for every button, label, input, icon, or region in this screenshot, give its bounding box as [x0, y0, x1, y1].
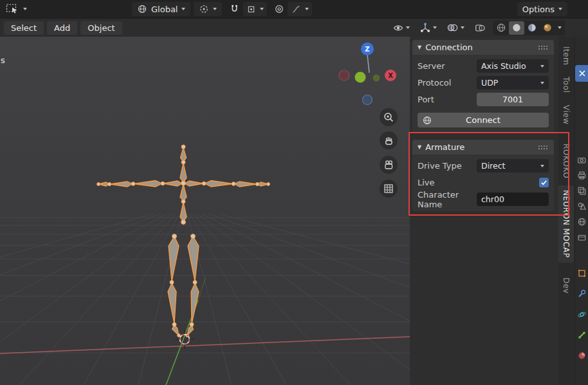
snap-toggle[interactable]	[227, 2, 242, 16]
menu-add[interactable]: Add	[47, 21, 77, 35]
drive-type-row: Drive Type Direct	[418, 158, 549, 173]
armature-skeleton[interactable]	[97, 145, 270, 337]
character-name-field[interactable]: chr00	[477, 192, 549, 206]
chevron-down-icon	[558, 26, 562, 29]
topbar: Global	[0, 0, 588, 18]
properties-tab-physics[interactable]	[576, 309, 587, 320]
gizmo-neg-z-ball	[363, 95, 372, 105]
chevron-down-icon	[181, 8, 185, 10]
sidebar-tab-rokoko[interactable]: ROKOKO	[558, 139, 574, 183]
gizmo-z-label: Z	[365, 46, 369, 53]
overlays-dropdown[interactable]	[445, 21, 466, 35]
3d-viewport[interactable]: s Z X	[0, 37, 410, 385]
menu-select[interactable]: Select	[4, 21, 44, 35]
protocol-value: UDP	[481, 78, 498, 88]
wrench-icon	[577, 289, 587, 299]
menu-object[interactable]: Object	[80, 21, 122, 35]
zoom-button[interactable]	[380, 108, 398, 126]
panel-grip-icon[interactable]	[538, 45, 549, 50]
editor-type-button[interactable]	[4, 2, 29, 16]
sidebar-tab-view[interactable]: View	[558, 100, 574, 129]
server-select[interactable]: Axis Studio	[477, 59, 549, 73]
properties-tab-collection[interactable]	[576, 232, 587, 243]
layers-icon	[577, 186, 587, 196]
properties-tab-modifiers[interactable]	[576, 288, 587, 299]
drive-type-value: Direct	[481, 161, 505, 171]
armature-panel-header[interactable]: Armature	[412, 140, 554, 155]
physics-orbit-icon	[577, 310, 587, 319]
port-field[interactable]: 7001	[477, 93, 549, 106]
chevron-down-icon	[461, 26, 464, 29]
shading-solid-button[interactable]	[509, 21, 524, 35]
properties-tab-world[interactable]	[576, 216, 587, 227]
properties-tab-output[interactable]	[576, 170, 587, 181]
character-name-label: Character Name	[418, 190, 477, 209]
falloff-curve-icon	[291, 4, 301, 14]
blender-window: Global	[0, 0, 588, 385]
rendered-sphere-icon	[542, 23, 553, 33]
properties-tab-strip	[574, 37, 588, 385]
shading-rendered-button[interactable]	[540, 21, 555, 35]
character-name-value: chr00	[481, 194, 504, 204]
properties-tab-active-tool[interactable]	[575, 65, 588, 82]
drive-type-select[interactable]: Direct	[477, 159, 549, 173]
globe-icon	[423, 116, 432, 125]
xray-toggle[interactable]	[472, 21, 488, 35]
proportional-editing-toggle[interactable]	[272, 2, 286, 16]
sidebar-tab-tool[interactable]: Tool	[558, 72, 574, 97]
chevron-down-icon	[540, 82, 544, 84]
gizmo-icon	[419, 22, 431, 33]
panel-grip-icon[interactable]	[538, 145, 549, 150]
options-label: Options	[522, 5, 555, 14]
shading-wireframe-button[interactable]	[493, 21, 509, 35]
connect-button[interactable]: Connect	[418, 113, 549, 127]
magnifier-icon	[383, 111, 394, 123]
visibility-dropdown[interactable]	[390, 21, 412, 35]
shading-material-button[interactable]	[524, 21, 540, 35]
orientation-label: Global	[151, 5, 178, 14]
xray-icon	[474, 22, 486, 33]
connect-button-label: Connect	[466, 115, 501, 125]
gizmos-dropdown[interactable]	[418, 21, 439, 35]
pivot-point-dropdown[interactable]	[194, 2, 222, 16]
armature-panel-title: Armature	[425, 142, 534, 152]
properties-tab-render[interactable]	[576, 155, 587, 165]
gizmo-neg-x-ball	[339, 70, 349, 80]
transform-orientation-dropdown[interactable]: Global	[132, 2, 190, 16]
overlays-icon	[446, 22, 459, 33]
shading-mode-group	[493, 21, 565, 35]
chevron-down-icon	[260, 8, 264, 10]
properties-tab-object-data[interactable]	[576, 330, 587, 341]
chevron-down-icon	[558, 8, 562, 10]
sidebar-tab-dev[interactable]: Dev	[558, 273, 574, 298]
sidebar-tab-item[interactable]: Item	[558, 42, 574, 70]
connection-panel-title: Connection	[425, 42, 534, 52]
sidebar-region: Connection Server Axis Studio Protocol	[410, 37, 558, 385]
properties-tab-object[interactable]	[576, 268, 587, 279]
hand-icon	[383, 135, 394, 146]
falloff-dropdown[interactable]	[288, 2, 312, 16]
port-value: 7001	[502, 95, 523, 104]
properties-tab-scene[interactable]	[576, 201, 587, 212]
options-dropdown[interactable]: Options	[517, 2, 567, 16]
camera-view-button[interactable]	[380, 156, 398, 174]
connection-panel-header[interactable]: Connection	[412, 40, 554, 55]
snap-target-dropdown[interactable]	[243, 2, 267, 16]
connection-panel: Connection Server Axis Studio Protocol	[412, 40, 554, 133]
navigation-gizmo[interactable]: Z X	[325, 42, 402, 108]
properties-tab-view-layer[interactable]	[576, 185, 587, 196]
collapse-arrow-icon	[418, 45, 421, 50]
checkmark-icon	[540, 179, 547, 186]
live-checkbox[interactable]	[539, 178, 549, 187]
proportional-editing-icon	[274, 4, 284, 14]
pan-button[interactable]	[380, 131, 398, 149]
toggle-grid-button[interactable]	[380, 180, 398, 198]
camera-icon	[383, 159, 394, 171]
protocol-select[interactable]: UDP	[477, 76, 549, 89]
properties-tab-material[interactable]	[576, 350, 587, 361]
sidebar-tab-neuron-mocap[interactable]: NEURON MOCAP	[558, 185, 574, 263]
port-row: Port 7001	[418, 92, 549, 107]
gizmo-y-ball	[355, 72, 366, 83]
magnet-icon	[229, 4, 240, 14]
live-label: Live	[418, 178, 477, 187]
